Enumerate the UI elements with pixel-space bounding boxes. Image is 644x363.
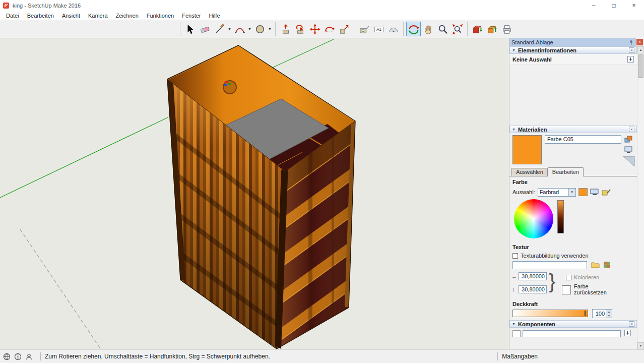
texture-path-input[interactable]: [512, 261, 587, 269]
match-screen-color-icon[interactable]: [590, 189, 599, 196]
credits-info-icon[interactable]: [14, 353, 22, 360]
colorize-checkbox[interactable]: [566, 275, 571, 280]
active-material-swatch[interactable]: [512, 135, 542, 164]
reset-color-swatch-button[interactable]: [562, 285, 571, 294]
push-pull-tool-button[interactable]: [278, 22, 293, 36]
share-model-button[interactable]: [485, 22, 499, 36]
circle-tool-dropdown[interactable]: ▼: [267, 22, 273, 36]
dimension-tool-button[interactable]: A1: [371, 22, 386, 36]
menu-ansicht[interactable]: Ansicht: [58, 12, 84, 19]
scroll-up-icon[interactable]: ▲: [637, 46, 644, 53]
panel-scrollbar[interactable]: ▲ ▼: [637, 46, 644, 349]
tab-bearbeiten[interactable]: Bearbeiten: [548, 167, 584, 176]
sketchup-logo-icon: [3, 2, 10, 9]
toolbar-separator: [403, 22, 404, 36]
toolbar: ▼ ▼ ▼: [0, 20, 644, 38]
detach-panel-icon[interactable]: [627, 56, 634, 63]
orbit-icon: [408, 24, 419, 35]
materials-tabs: Auswählen Bearbeiten: [509, 166, 637, 176]
orbit-tool-button[interactable]: [406, 22, 421, 36]
display-secondary-swatch-icon[interactable]: [624, 146, 633, 154]
tape-measure-tool-button[interactable]: [357, 22, 371, 36]
picker-dropdown[interactable]: Farbrad ▼: [538, 188, 576, 197]
menu-fenster[interactable]: Fenster: [178, 12, 205, 19]
follow-me-tool-button[interactable]: [293, 22, 307, 36]
value-slider[interactable]: [557, 200, 564, 233]
eraser-tool-button[interactable]: [198, 22, 212, 36]
move-tool-button[interactable]: [307, 22, 322, 36]
tray-close-icon[interactable]: ×: [636, 39, 643, 45]
match-model-color-icon[interactable]: [602, 189, 611, 196]
texture-library-icon[interactable]: [603, 261, 611, 269]
menu-bearbeiten[interactable]: Bearbeiten: [23, 12, 58, 19]
menu-funktionen[interactable]: Funktionen: [143, 12, 178, 19]
menu-hilfe[interactable]: Hilfe: [205, 12, 224, 19]
user-account-icon[interactable]: [25, 353, 33, 360]
opacity-slider[interactable]: [512, 310, 588, 317]
create-material-icon[interactable]: [624, 135, 633, 144]
texture-width-field[interactable]: 30,80000: [519, 272, 547, 280]
opacity-slider-handle[interactable]: [585, 311, 586, 316]
tab-auswaehlen[interactable]: Auswählen: [511, 168, 548, 176]
use-texture-row: Texturabbildung verwenden: [509, 251, 637, 260]
zoom-tool-button[interactable]: [435, 22, 450, 36]
line-tool-dropdown[interactable]: ▼: [227, 22, 232, 36]
current-color-swatch: [578, 188, 588, 196]
toolbar-separator: [354, 22, 354, 36]
close-button[interactable]: ×: [624, 0, 644, 11]
section-title: Materialien: [518, 127, 547, 133]
opacity-spinbox[interactable]: 100 ▲ ▼: [592, 309, 612, 318]
circle-icon: [254, 24, 266, 35]
pin-icon[interactable]: [628, 40, 634, 45]
browse-texture-icon[interactable]: [591, 261, 600, 269]
get-models-button[interactable]: [470, 22, 485, 36]
maximize-button[interactable]: □: [604, 0, 624, 11]
pan-tool-button[interactable]: [421, 22, 435, 36]
minimize-button[interactable]: –: [584, 0, 604, 11]
menu-zeichnen[interactable]: Zeichnen: [112, 12, 143, 19]
scroll-down-icon[interactable]: ▼: [637, 342, 644, 349]
line-tool-button[interactable]: [212, 22, 227, 36]
use-texture-checkbox[interactable]: [512, 253, 518, 259]
element-info-empty-area: [509, 65, 637, 126]
arc-icon: [234, 24, 245, 35]
tray-title-bar[interactable]: Standard-Ablage: [509, 38, 636, 46]
title-bar: king - SketchUp Make 2016 – □ ×: [0, 0, 644, 11]
close-section-icon[interactable]: ×: [629, 47, 634, 53]
spin-up-icon[interactable]: ▲: [606, 310, 612, 314]
picker-label: Auswahl:: [512, 189, 535, 195]
close-section-icon[interactable]: ×: [629, 127, 634, 132]
viewport-3d[interactable]: [0, 38, 509, 349]
sample-paint-arrow-icon[interactable]: [622, 155, 635, 167]
collapse-icon[interactable]: ▼: [512, 322, 516, 326]
section-header-components[interactable]: ▼ Komponenten ×: [509, 320, 637, 328]
section-header-materials[interactable]: ▼ Materialien ×: [509, 126, 637, 133]
color-wheel[interactable]: [514, 199, 553, 238]
scale-tool-button[interactable]: [337, 22, 351, 36]
menu-datei[interactable]: Datei: [2, 12, 23, 19]
section-header-element-info[interactable]: ▼ Elementinformationen ×: [509, 46, 637, 54]
circle-tool-button[interactable]: [252, 22, 267, 36]
print-model-button[interactable]: [499, 22, 514, 36]
collapse-icon[interactable]: ▼: [512, 128, 516, 131]
component-search-field[interactable]: [523, 330, 621, 337]
chevron-down-icon[interactable]: ▼: [568, 189, 575, 196]
detach-panel-icon[interactable]: [624, 330, 631, 336]
texture-height-field[interactable]: 30,80000: [519, 285, 547, 293]
collapse-icon[interactable]: ▼: [512, 48, 516, 52]
zoom-extents-tool-button[interactable]: [450, 22, 465, 36]
push-pull-icon: [280, 24, 291, 35]
spin-down-icon[interactable]: ▼: [606, 314, 612, 318]
measurements-input[interactable]: [543, 352, 641, 361]
menu-kamera[interactable]: Kamera: [84, 12, 112, 19]
material-name-field[interactable]: Farbe C05: [545, 135, 621, 144]
close-section-icon[interactable]: ×: [629, 321, 634, 327]
rotate-tool-button[interactable]: [322, 22, 337, 36]
protractor-tool-button[interactable]: [386, 22, 401, 36]
printer-icon: [501, 24, 512, 35]
geolocation-icon[interactable]: [3, 353, 11, 360]
arc-tool-button[interactable]: [232, 22, 247, 36]
select-tool-button[interactable]: [183, 22, 198, 36]
arc-tool-dropdown[interactable]: ▼: [247, 22, 252, 36]
scrollbar-thumb[interactable]: [638, 54, 643, 78]
